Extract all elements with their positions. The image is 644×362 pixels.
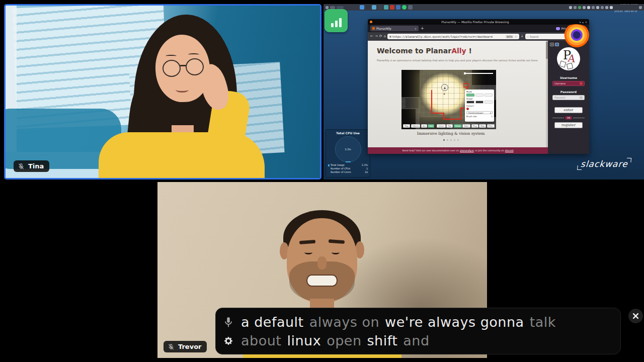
shape-option-circle[interactable] xyxy=(475,101,484,104)
footer-link-discord[interactable]: discord xyxy=(505,149,514,152)
carousel-dot-active[interactable] xyxy=(443,139,445,141)
carousel-dot[interactable] xyxy=(457,139,459,141)
url-bar[interactable]: 90% ☆ xyxy=(387,34,519,39)
tool-button-active[interactable]: Draw xyxy=(454,124,462,128)
site-security-icon[interactable] xyxy=(389,36,391,38)
tool-button[interactable]: Select xyxy=(437,124,446,128)
settings-gear-icon[interactable] xyxy=(223,334,234,347)
tray-icon-clipboard[interactable] xyxy=(587,6,590,9)
app-icon-terminal[interactable] xyxy=(366,5,370,10)
back-icon[interactable]: ← xyxy=(370,35,373,38)
tina-eyebrow xyxy=(188,53,199,56)
clock-date: 1/11/22 2022-01-11 xyxy=(614,10,637,13)
app-icon-monitor[interactable] xyxy=(402,5,407,10)
tray-icon-pencil[interactable] xyxy=(639,6,642,9)
bookmark-star-icon[interactable]: ☆ xyxy=(514,35,517,38)
url-input[interactable] xyxy=(392,35,505,38)
login-sidebar: A P A Username Password xyxy=(548,41,589,154)
layer-button[interactable]: Map xyxy=(403,124,410,128)
tray-icon-volume[interactable] xyxy=(592,6,595,9)
language-badge-a[interactable]: A xyxy=(550,43,554,46)
tray-icon-network[interactable] xyxy=(569,6,572,9)
colour-swatch[interactable] xyxy=(466,108,469,110)
enter-button[interactable]: enter xyxy=(554,107,583,113)
tab-close-icon[interactable]: ✕ xyxy=(415,27,417,30)
map-zoom-slider[interactable] xyxy=(464,73,493,74)
layer-button-active[interactable]: fow xyxy=(428,124,434,128)
caption-word-group: talk xyxy=(530,314,556,330)
taskbar-menu-icon[interactable] xyxy=(326,6,329,9)
caption-word-group: shift xyxy=(367,333,398,348)
zoom-level-badge[interactable]: 90% xyxy=(506,35,513,38)
tool-button[interactable]: Pan xyxy=(446,124,453,128)
carousel-dot[interactable] xyxy=(450,139,452,141)
tab-planarally[interactable]: PlanarAlly ✕ xyxy=(370,26,419,31)
window-titlebar[interactable]: PlanarAlly — Mozilla Firefox Private Bro… xyxy=(368,19,589,25)
taskbar-window-button[interactable] xyxy=(337,6,344,9)
app-icon-chat[interactable] xyxy=(396,5,400,10)
layer-button[interactable]: dm xyxy=(421,124,427,128)
home-icon[interactable]: ⌂ xyxy=(384,35,386,38)
new-tab-button[interactable]: + xyxy=(421,26,424,31)
app-icon-browser[interactable] xyxy=(372,5,376,10)
forward-icon[interactable]: → xyxy=(375,35,378,38)
tray-icon-bluetooth[interactable] xyxy=(601,6,604,9)
cpu-widget-title: Total CPU Use xyxy=(328,131,368,135)
mode-option[interactable] xyxy=(485,94,493,97)
register-button[interactable]: register xyxy=(554,122,583,128)
navigation-toolbar: ← → ⟳ ⌂ 90% ☆ ↓ ⌕ ☰ xyxy=(368,32,589,41)
tray-icon-rss[interactable] xyxy=(574,6,577,9)
cpu-stat-row: Total Usage 3.3% xyxy=(328,163,368,167)
app-icon-mail[interactable] xyxy=(384,5,388,10)
firefox-window[interactable]: PlanarAlly — Mozilla Firefox Private Bro… xyxy=(368,19,589,154)
username-input[interactable] xyxy=(554,82,579,85)
footer-link-planarally[interactable]: planarally.io xyxy=(460,149,474,152)
chart-app-icon[interactable] xyxy=(325,9,348,32)
app-icon-settings[interactable] xyxy=(408,5,413,10)
download-icon[interactable]: ↓ xyxy=(521,35,524,38)
polygon-select-value: Closed polygon xyxy=(468,112,484,114)
caption-word-group: open xyxy=(327,333,361,348)
carousel-dot[interactable] xyxy=(454,139,455,141)
window-close-button[interactable]: ✕ xyxy=(585,21,587,24)
tool-button[interactable]: Map xyxy=(479,124,486,128)
video-tile-tina[interactable]: Tina xyxy=(4,4,321,179)
tray-icon-keyboard[interactable] xyxy=(605,6,608,9)
tool-button[interactable]: Filter xyxy=(487,124,495,128)
app-icon-editor[interactable] xyxy=(378,5,382,10)
app-icon-media[interactable] xyxy=(390,5,394,10)
mode-option[interactable] xyxy=(475,94,484,97)
chart-bar xyxy=(339,18,342,27)
shape-option-pencil[interactable] xyxy=(485,101,493,104)
map-token[interactable]: ♟ xyxy=(441,84,448,91)
tray-icon-mixer[interactable] xyxy=(610,6,613,9)
tray-icon-display[interactable] xyxy=(583,6,586,9)
password-input[interactable] xyxy=(554,97,579,99)
slider-handle[interactable] xyxy=(464,72,466,74)
password-field[interactable] xyxy=(552,95,585,100)
layer-button[interactable]: Tokens xyxy=(411,124,421,128)
screenshare-tile[interactable]: 2:58 PM 15:56 1/11/22 2022-01-11 Total C… xyxy=(324,4,644,179)
window-shade-button[interactable]: ▾ xyxy=(580,21,581,24)
workspace-pager[interactable] xyxy=(330,6,335,9)
show-password-eye-icon[interactable] xyxy=(580,97,583,99)
polygon-select[interactable]: Closed polygon ▾ xyxy=(466,111,493,114)
footer-text: Need help? Visit our user documentation … xyxy=(402,149,459,152)
tray-icon-update[interactable] xyxy=(578,6,581,9)
heading-post: ! xyxy=(466,47,472,55)
carousel-dot[interactable] xyxy=(447,139,448,141)
mode-option-selected[interactable] xyxy=(466,94,474,97)
captions-close-button[interactable] xyxy=(628,309,643,323)
shape-option-square[interactable] xyxy=(466,101,474,104)
tray-icon-battery[interactable] xyxy=(596,6,599,9)
language-flag-icon[interactable] xyxy=(555,43,559,46)
feature-caption: Immersive lighting & vision system xyxy=(388,131,514,136)
divider-line xyxy=(573,118,585,118)
planarally-logo: P A xyxy=(557,47,580,70)
username-field[interactable] xyxy=(552,81,585,86)
tool-button[interactable]: Ruler xyxy=(462,124,470,128)
window-maximize-button[interactable]: ▴ xyxy=(582,21,584,24)
app-icon-files[interactable] xyxy=(360,5,364,10)
tool-button[interactable]: Ping xyxy=(471,124,478,128)
reload-icon[interactable]: ⟳ xyxy=(379,35,382,38)
